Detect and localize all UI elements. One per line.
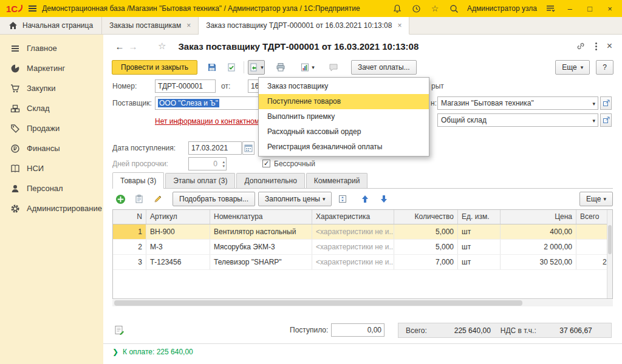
table-more-button[interactable]: Еще ▾ <box>579 192 613 206</box>
to-pay-link[interactable]: ❯ К оплате: 225 640,00 <box>112 348 193 356</box>
add-row-button[interactable] <box>112 192 128 206</box>
forward-button[interactable]: → <box>126 41 140 52</box>
pick-goods-button[interactable]: Подобрать товары... <box>173 192 255 206</box>
discussion-button[interactable] <box>325 60 342 75</box>
offset-payment-button[interactable]: Зачет оплаты... <box>351 60 417 75</box>
favorite-star-icon[interactable]: ☆ <box>158 41 166 52</box>
create-based-on-button[interactable]: ▾ <box>248 60 265 75</box>
menu-item-cashless-payment-registration[interactable]: Регистрация безналичной оплаты <box>259 140 429 155</box>
received-input[interactable]: 0,00 <box>331 323 384 337</box>
column-header-n[interactable]: N <box>113 210 146 224</box>
spin-down-icon[interactable]: ▾ <box>222 164 225 168</box>
link-icon[interactable] <box>576 41 586 51</box>
move-row-down-button[interactable] <box>376 192 392 206</box>
menu-item-supplier-order[interactable]: Заказ поставщику <box>259 79 429 94</box>
cell-total: 10 000,00 <box>576 240 607 254</box>
comment-button[interactable] <box>114 325 125 337</box>
overdue-days-value: 0 <box>213 160 217 168</box>
vertical-scrollbar[interactable] <box>607 210 612 298</box>
search-icon[interactable] <box>448 3 459 14</box>
shop-combo[interactable]: Магазин "Бытовая техника" ▾ <box>437 96 598 110</box>
vertical-scrollbar-thumb[interactable] <box>608 225 612 254</box>
sidebar-item-sales[interactable]: Продажи <box>0 118 103 138</box>
gear-icon <box>10 204 20 214</box>
sidebar-item-marketing[interactable]: Маркетинг <box>0 58 103 78</box>
expand-icon <box>338 194 347 204</box>
menu-item-cash-outflow-order[interactable]: Расходный кассовый ордер <box>259 124 429 140</box>
move-row-up-button[interactable] <box>357 192 373 206</box>
notifications-bell-icon[interactable] <box>392 3 403 14</box>
status-link-fragment[interactable]: рыт <box>431 79 444 93</box>
sidebar-item-administration[interactable]: Администрирование <box>0 198 103 218</box>
warehouse-combo[interactable]: Общий склад ▾ <box>437 113 598 127</box>
column-header-unit[interactable]: Ед. изм. <box>458 210 501 224</box>
titlebar: 1С Демонстрационная база /Магазин "Бытов… <box>0 0 622 17</box>
horizontal-scrollbar-thumb[interactable] <box>114 300 522 306</box>
column-header-price[interactable]: Цена <box>501 210 576 224</box>
reports-button[interactable]: ▾ <box>299 60 316 75</box>
tab-close-icon[interactable]: × <box>186 21 191 30</box>
sidebar-item-purchases[interactable]: Закупки <box>0 78 103 98</box>
back-button[interactable]: ← <box>113 41 126 52</box>
calendar-button[interactable] <box>242 141 255 155</box>
form-more-button[interactable]: Еще ▾ <box>555 60 590 75</box>
expand-table-button[interactable] <box>335 192 350 206</box>
column-header-article[interactable]: Артикул <box>146 210 210 224</box>
column-header-characteristic[interactable]: Характеристика <box>312 210 394 224</box>
toolbar-separator <box>244 61 244 73</box>
favorites-star-icon[interactable]: ☆ <box>429 3 440 14</box>
overdue-days-stepper[interactable]: 0 ▴ ▾ <box>188 157 227 170</box>
sidebar-item-finance[interactable]: Финансы <box>0 138 103 158</box>
home-tab[interactable]: Начальная страница <box>0 17 102 34</box>
menu-arrow-icon[interactable] <box>545 3 556 14</box>
minimize-button[interactable]: – <box>564 3 576 14</box>
sidebar-item-nsi[interactable]: НСИ <box>0 158 103 178</box>
table-row[interactable]: 1 ВН-900 Вентилятор настольный <характер… <box>113 224 607 240</box>
tab-additional[interactable]: Дополнительно <box>236 173 304 188</box>
column-header-nomenclature[interactable]: Номенклатура <box>210 210 312 224</box>
post-button[interactable] <box>223 60 240 75</box>
tab-supplier-orders[interactable]: Заказы поставщикам × <box>102 17 199 34</box>
sidebar-item-warehouse[interactable]: Склад <box>0 98 103 118</box>
receipt-date-label: Дата поступления: <box>112 141 176 155</box>
column-header-quantity[interactable]: Количество <box>394 210 458 224</box>
close-form-icon[interactable]: × <box>607 41 612 51</box>
more-label: Еще <box>562 63 576 72</box>
column-header-total[interactable]: Всего <box>576 210 607 224</box>
current-user[interactable]: Администратор узла <box>467 4 537 13</box>
termless-checkbox[interactable]: ✓ <box>262 160 270 167</box>
cell-nomenclature: Мясорубка ЭКМ-3 <box>210 240 312 254</box>
help-button[interactable]: ? <box>596 60 613 75</box>
maximize-button[interactable]: □ <box>584 3 596 14</box>
receipt-date-input[interactable]: 17.03.2021 <box>188 141 242 155</box>
tab-close-icon[interactable]: × <box>397 21 402 30</box>
more-actions-kebab-icon[interactable] <box>594 41 598 52</box>
sidebar-item-main[interactable]: Главное <box>0 38 103 58</box>
sidebar-item-label: Персонал <box>27 184 63 193</box>
history-icon[interactable] <box>411 3 422 14</box>
post-and-close-button[interactable]: Провести и закрыть <box>112 60 197 75</box>
fill-button[interactable] <box>131 192 147 206</box>
cell-price: 2 000,00 <box>501 240 576 254</box>
number-input[interactable]: ТДРТ-000001 <box>155 79 216 93</box>
print-button[interactable] <box>272 60 289 75</box>
menu-item-perform-acceptance[interactable]: Выполнить приемку <box>259 109 429 124</box>
shop-open-button[interactable] <box>600 96 612 110</box>
tab-goods[interactable]: Товары (3) <box>112 172 164 189</box>
tab-payment-stages[interactable]: Этапы оплат (3) <box>165 173 235 188</box>
caret-down-icon: ▾ <box>592 101 595 107</box>
table-row[interactable]: 3 Т-123456 Телевизор "SHARP" <характерис… <box>113 255 607 270</box>
sidebar-item-personnel[interactable]: Персонал <box>0 178 103 198</box>
warehouse-open-button[interactable] <box>600 113 612 127</box>
horizontal-scrollbar[interactable] <box>112 300 613 306</box>
save-button[interactable] <box>203 60 220 75</box>
tab-supplier-order-document[interactable]: Заказ поставщику ТДРТ-000001 от 16.03.20… <box>199 17 409 35</box>
spin-up-icon[interactable]: ▴ <box>222 160 225 164</box>
fill-prices-button[interactable]: Заполнить цены ▾ <box>258 192 332 206</box>
edit-row-button[interactable] <box>150 192 166 206</box>
tab-comment[interactable]: Комментарий <box>306 173 368 188</box>
menu-item-goods-receipt[interactable]: Поступление товаров <box>259 94 429 109</box>
table-row[interactable]: 2 М-3 Мясорубка ЭКМ-3 <характеристики не… <box>113 240 607 255</box>
close-window-button[interactable]: × <box>604 3 616 14</box>
main-menu-icon[interactable] <box>29 5 36 12</box>
